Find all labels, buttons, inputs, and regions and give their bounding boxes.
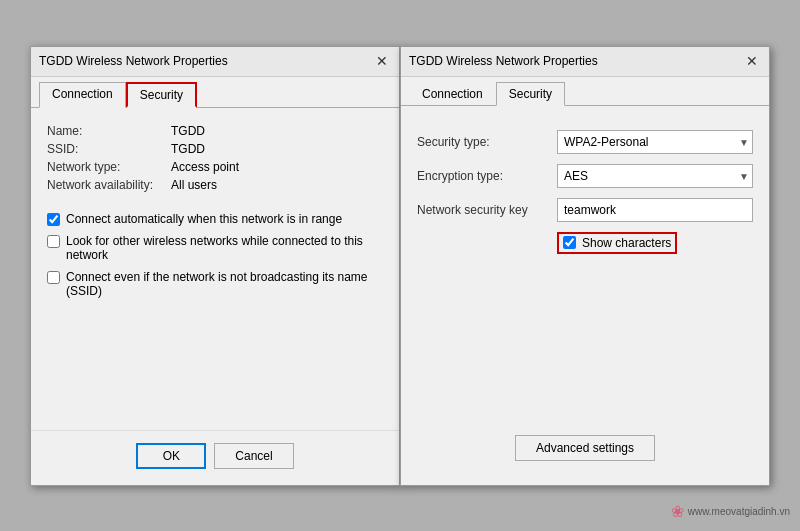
left-dialog-title: TGDD Wireless Network Properties bbox=[39, 54, 228, 68]
network-key-label: Network security key bbox=[417, 203, 557, 217]
right-dialog: TGDD Wireless Network Properties ✕ Conne… bbox=[400, 46, 770, 486]
left-tab-connection[interactable]: Connection bbox=[39, 82, 126, 108]
watermark: ❀ www.meovatgiadinh.vn bbox=[671, 502, 790, 521]
desktop: TGDD Wireless Network Properties ✕ Conne… bbox=[0, 0, 800, 531]
network-key-row: Network security key bbox=[417, 198, 753, 222]
connect-hidden-checkbox[interactable] bbox=[47, 271, 60, 284]
advanced-btn-row: Advanced settings bbox=[417, 435, 753, 477]
left-network-type-label: Network type: bbox=[47, 160, 167, 174]
show-chars-checkbox[interactable] bbox=[563, 236, 576, 249]
advanced-settings-button[interactable]: Advanced settings bbox=[515, 435, 655, 461]
encryption-type-select-wrapper: AES TKIP ▼ bbox=[557, 164, 753, 188]
look-others-checkbox[interactable] bbox=[47, 235, 60, 248]
flower-icon: ❀ bbox=[671, 502, 684, 521]
left-title-bar: TGDD Wireless Network Properties ✕ bbox=[31, 47, 399, 77]
left-checkbox-group: Connect automatically when this network … bbox=[47, 212, 383, 298]
left-checkbox-auto-connect[interactable]: Connect automatically when this network … bbox=[47, 212, 383, 226]
left-dialog-content: Name: TGDD SSID: TGDD Network type: Acce… bbox=[31, 108, 399, 430]
encryption-type-row: Encryption type: AES TKIP ▼ bbox=[417, 164, 753, 188]
right-tabs: Connection Security bbox=[401, 77, 769, 106]
right-title-bar: TGDD Wireless Network Properties ✕ bbox=[401, 47, 769, 77]
right-tab-security[interactable]: Security bbox=[496, 82, 565, 106]
left-close-button[interactable]: ✕ bbox=[373, 52, 391, 70]
left-name-value: TGDD bbox=[171, 124, 383, 138]
left-dialog-footer: OK Cancel bbox=[31, 430, 399, 485]
watermark-url: www.meovatgiadinh.vn bbox=[688, 506, 790, 517]
left-availability-label: Network availability: bbox=[47, 178, 167, 192]
left-name-label: Name: bbox=[47, 124, 167, 138]
left-availability-value: All users bbox=[171, 178, 383, 192]
show-chars-highlighted-box: Show characters bbox=[557, 232, 677, 254]
security-type-row: Security type: WPA2-Personal WPA-Persona… bbox=[417, 130, 753, 154]
right-dialog-content: Security type: WPA2-Personal WPA-Persona… bbox=[401, 106, 769, 485]
encryption-type-select[interactable]: AES TKIP bbox=[557, 164, 753, 188]
show-chars-label: Show characters bbox=[582, 236, 671, 250]
security-type-select-wrapper: WPA2-Personal WPA-Personal Open Shared ▼ bbox=[557, 130, 753, 154]
left-tab-security[interactable]: Security bbox=[126, 82, 197, 108]
left-cancel-button[interactable]: Cancel bbox=[214, 443, 293, 469]
left-checkbox-connect-hidden[interactable]: Connect even if the network is not broad… bbox=[47, 270, 383, 298]
right-close-button[interactable]: ✕ bbox=[743, 52, 761, 70]
left-checkbox-look-for-others[interactable]: Look for other wireless networks while c… bbox=[47, 234, 383, 262]
left-ssid-label: SSID: bbox=[47, 142, 167, 156]
left-info-grid: Name: TGDD SSID: TGDD Network type: Acce… bbox=[47, 124, 383, 192]
network-key-input[interactable] bbox=[557, 198, 753, 222]
security-type-label: Security type: bbox=[417, 135, 557, 149]
show-chars-row: Show characters bbox=[557, 232, 753, 254]
right-tab-connection[interactable]: Connection bbox=[409, 82, 496, 106]
security-type-select[interactable]: WPA2-Personal WPA-Personal Open Shared bbox=[557, 130, 753, 154]
left-dialog: TGDD Wireless Network Properties ✕ Conne… bbox=[30, 46, 400, 486]
left-tabs: Connection Security bbox=[31, 77, 399, 108]
right-dialog-title: TGDD Wireless Network Properties bbox=[409, 54, 598, 68]
left-ok-button[interactable]: OK bbox=[136, 443, 206, 469]
left-network-type-value: Access point bbox=[171, 160, 383, 174]
encryption-type-label: Encryption type: bbox=[417, 169, 557, 183]
left-ssid-value: TGDD bbox=[171, 142, 383, 156]
auto-connect-checkbox[interactable] bbox=[47, 213, 60, 226]
